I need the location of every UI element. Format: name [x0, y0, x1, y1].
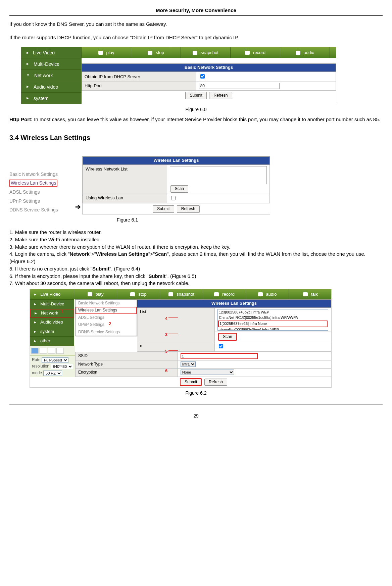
play-button[interactable]: play	[74, 289, 117, 299]
talk-button[interactable]: talk	[289, 289, 332, 299]
stop-button[interactable]: stop	[117, 289, 160, 299]
sidebar: Multi-Device Net work Audio video system…	[30, 299, 74, 346]
refresh-button[interactable]: Refresh	[204, 379, 227, 386]
submit-button[interactable]: Submit	[153, 205, 174, 212]
ssid-label: SSID	[76, 352, 178, 360]
panel-title: Wireless Lan Settings	[137, 299, 331, 308]
record-button[interactable]: record	[203, 289, 246, 299]
submenu-adsl[interactable]: ADSL Settings	[76, 314, 137, 321]
wireless-network-list-label: Wireless Network List	[83, 165, 167, 194]
submenu-ddns[interactable]: DDNS Service Settings	[76, 329, 137, 336]
submit-button[interactable]: Submit	[180, 378, 202, 386]
step-2: 2. Make sure the Wi-Fi antenna installed…	[9, 236, 383, 243]
toolbar: Live Video play stop snapshot record aud…	[30, 289, 331, 299]
menu-upnp[interactable]: UPnP Settings	[9, 197, 75, 206]
settings-menu-list: Basic Network Settings Wireless Lan Sett…	[9, 170, 75, 214]
wireless-network-list[interactable]	[170, 166, 267, 184]
layout-icons[interactable]	[31, 348, 74, 354]
using-wireless-checkbox[interactable]	[171, 196, 176, 200]
figure-6-0-caption: Figure 6.0	[9, 106, 383, 113]
sidebar-item-other[interactable]: other	[30, 336, 74, 346]
step-3: 3. Make sure whether there is encryption…	[9, 243, 383, 251]
layout-16-icon[interactable]	[56, 348, 64, 354]
annotation-5: 5	[165, 348, 167, 355]
encryption-label: Encryption	[76, 369, 178, 377]
wireless-network-list[interactable]: 123[002586745b2c] infra WEP ChinaNet-RCJ…	[217, 309, 328, 331]
tab-live-video[interactable]: Live Video	[21, 47, 82, 58]
submit-button[interactable]: Submit	[185, 92, 206, 99]
scan-button[interactable]: Scan	[170, 185, 188, 192]
dhcp-label: Obtain IP from DHCP Server	[82, 72, 196, 82]
sidebar-item-audio-video[interactable]: Audio video	[21, 81, 82, 92]
http-port-input[interactable]	[199, 83, 280, 89]
using-wireless-checkbox[interactable]	[219, 344, 223, 348]
step-7: 7. Wait about 30 seconds, the camera wil…	[9, 280, 383, 287]
submenu-wireless-lan[interactable]: Wireless Lan Settings	[76, 307, 137, 314]
wireless-panel: Wireless Lan Settings Wireless Network L…	[82, 156, 270, 214]
wlan-item[interactable]: zhonglian[0025862c0bee] infra WEP	[218, 327, 328, 331]
tab-live-video[interactable]: Live Video	[30, 289, 74, 299]
http-port-label: Http Port	[82, 82, 196, 90]
ssid-input[interactable]	[181, 353, 258, 359]
annotation-6: 6	[165, 368, 167, 374]
talk-button[interactable]: talk	[330, 47, 380, 58]
mic-icon	[347, 51, 352, 55]
step-1: 1. Make sure the router is wireless rout…	[9, 229, 383, 236]
wlan-item-selected[interactable]: 1[0025B637ee26] infra None	[218, 321, 328, 327]
doc-header: More Security, More Convenience	[9, 7, 383, 16]
rate-select[interactable]: Full-Speed	[42, 357, 68, 363]
refresh-button[interactable]: Refresh	[177, 205, 200, 212]
sidebar-item-system[interactable]: system	[21, 92, 82, 104]
sidebar: Multi-Device Net work Audio video system	[21, 58, 82, 104]
stop-button[interactable]: stop	[131, 47, 181, 58]
wlan-item[interactable]: ChinaNet-RCJZ[00255e1dc55a] infra WPA/WP…	[218, 315, 328, 321]
play-button[interactable]: play	[82, 47, 131, 58]
mode-select[interactable]: 50 HZ	[43, 371, 62, 376]
step-5: 5. If there is no encryption, just click…	[9, 265, 383, 273]
record-button[interactable]: record	[231, 47, 280, 58]
layout-9-icon[interactable]	[48, 348, 55, 354]
submenu-basic-network[interactable]: Basic Network Settings	[76, 300, 137, 307]
sidebar-item-network[interactable]: Net work	[21, 69, 82, 81]
settings-panel: 1 2 3 4 5 6 Basic Network Settings Wirel…	[75, 299, 331, 387]
page-number: 29	[9, 412, 383, 419]
resolution-select[interactable]: 640*480	[51, 364, 73, 369]
menu-adsl[interactable]: ADSL Settings	[9, 188, 75, 197]
intro-para-1: If you don't know the DNS Server, you ca…	[9, 20, 383, 28]
scan-button[interactable]: Scan	[218, 333, 237, 341]
audio-icon	[296, 51, 300, 55]
using-wireless-label: Using Wireless Lan	[83, 194, 167, 203]
rate-label: Rate	[32, 357, 40, 363]
audio-button[interactable]: audio	[280, 47, 330, 58]
refresh-button[interactable]: Refresh	[209, 92, 232, 99]
wlan-item[interactable]: 123[002586745b2c] infra WEP	[218, 310, 328, 315]
audio-button[interactable]: audio	[246, 289, 289, 299]
sidebar-item-audio-video[interactable]: Audio video	[30, 318, 74, 327]
dhcp-checkbox[interactable]	[200, 74, 205, 79]
layout-4-icon[interactable]	[40, 348, 47, 354]
submenu-upnp[interactable]: UPnP Settings	[76, 321, 137, 328]
play-icon	[88, 292, 92, 296]
sidebar-item-multi-device[interactable]: Multi-Device	[21, 58, 82, 69]
list-label: List	[137, 308, 215, 342]
network-type-select[interactable]: Infra	[181, 361, 196, 367]
network-type-label: Network Type	[76, 360, 178, 369]
annotation-3: 3	[165, 332, 167, 338]
snapshot-button[interactable]: snapshot	[160, 289, 203, 299]
sidebar-item-system[interactable]: system	[30, 327, 74, 336]
camera-icon	[193, 51, 197, 55]
layout-1-icon[interactable]	[31, 348, 39, 354]
network-submenu: Basic Network Settings Wireless Lan Sett…	[75, 299, 137, 336]
menu-basic-network[interactable]: Basic Network Settings	[9, 170, 75, 179]
menu-ddns[interactable]: DDNS Service Settings	[9, 205, 75, 214]
encryption-select[interactable]: None	[181, 370, 234, 375]
section-title: 3.4 Wireless Lan Settings	[9, 133, 383, 143]
menu-wireless-lan[interactable]: Wireless Lan Settings	[9, 180, 57, 187]
mic-icon	[303, 292, 308, 296]
sidebar-item-network[interactable]: Net work	[30, 309, 74, 318]
figure-6-0: Live Video play stop snapshot record aud…	[21, 47, 336, 104]
snapshot-button[interactable]: snapshot	[181, 47, 231, 58]
record-icon	[245, 51, 250, 55]
sidebar-item-multi-device[interactable]: Multi-Device	[30, 299, 74, 309]
figure-6-1: Basic Network Settings Wireless Lan Sett…	[9, 156, 383, 214]
